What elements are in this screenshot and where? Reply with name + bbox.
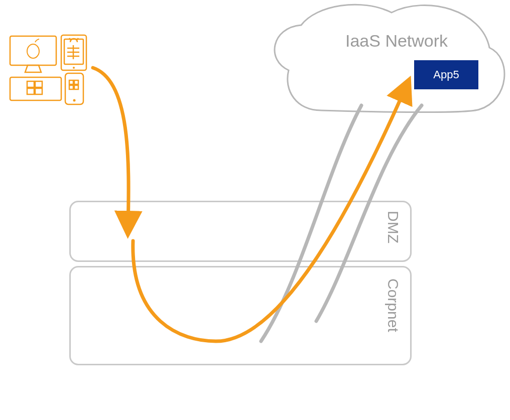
flow-arrow xyxy=(0,0,510,420)
diagram-canvas: IaaS Network App5 DMZ Corpnet xyxy=(0,0,510,420)
